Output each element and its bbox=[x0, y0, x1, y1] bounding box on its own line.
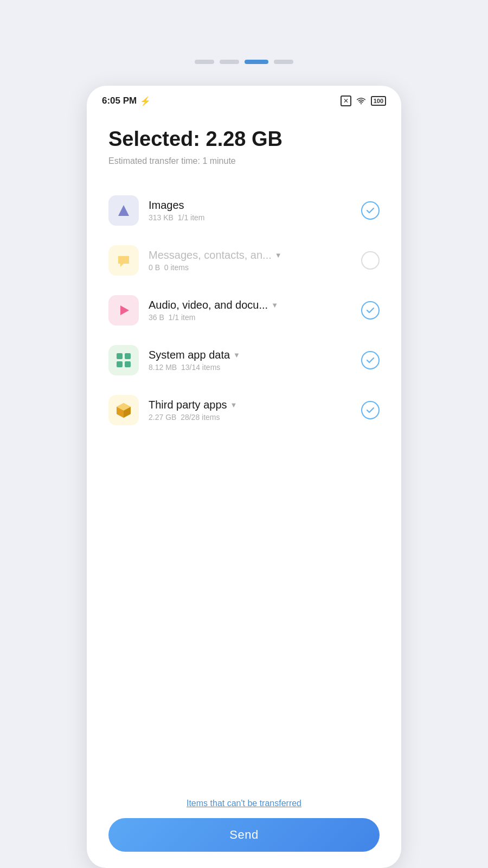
list-item[interactable]: Audio, video, and docu... ▼ 36 B 1/1 ite… bbox=[108, 285, 380, 335]
list-item[interactable]: System app data ▼ 8.12 MB 13/14 items bbox=[108, 335, 380, 385]
estimated-time: Estimated transfer time: 1 minute bbox=[108, 156, 380, 166]
audio-name: Audio, video, and docu... ▼ bbox=[149, 299, 351, 311]
cant-transfer-link[interactable]: Items that can't be transferred bbox=[187, 799, 301, 808]
system-check[interactable] bbox=[361, 351, 380, 369]
chevron-down-icon: ▼ bbox=[233, 351, 240, 359]
audio-icon bbox=[108, 295, 139, 326]
chevron-down-icon: ▼ bbox=[271, 301, 278, 309]
images-icon bbox=[108, 195, 139, 226]
bottom-section: Items that can't be transferred Send bbox=[87, 793, 401, 868]
messages-info: Messages, contacts, an... ▼ 0 B 0 items bbox=[149, 249, 351, 272]
zap-icon: ⚡ bbox=[140, 96, 151, 106]
images-name: Images bbox=[149, 199, 351, 212]
system-icon bbox=[108, 345, 139, 375]
page-indicators bbox=[195, 60, 293, 64]
indicator-dot-1[interactable] bbox=[195, 60, 214, 64]
status-icons: ✕ 100 bbox=[341, 95, 386, 106]
selected-title: Selected: 2.28 GB bbox=[108, 128, 380, 151]
svg-rect-4 bbox=[117, 361, 123, 367]
screen-icon: ✕ bbox=[341, 95, 351, 106]
svg-marker-0 bbox=[118, 205, 129, 216]
images-info: Images 313 KB 1/1 item bbox=[149, 199, 351, 222]
indicator-dot-2[interactable] bbox=[220, 60, 239, 64]
battery-icon: 100 bbox=[371, 96, 386, 106]
messages-check[interactable] bbox=[361, 251, 380, 270]
thirdparty-check[interactable] bbox=[361, 401, 380, 419]
send-button[interactable]: Send bbox=[108, 818, 380, 852]
audio-info: Audio, video, and docu... ▼ 36 B 1/1 ite… bbox=[149, 299, 351, 322]
svg-rect-3 bbox=[125, 353, 131, 359]
list-item[interactable]: Third party apps ▼ 2.27 GB 28/28 items bbox=[108, 385, 380, 435]
audio-meta: 36 B 1/1 item bbox=[149, 313, 351, 322]
indicator-dot-3[interactable] bbox=[245, 60, 268, 64]
indicator-dot-4[interactable] bbox=[274, 60, 293, 64]
status-time: 6:05 PM ⚡ bbox=[102, 95, 151, 106]
system-info: System app data ▼ 8.12 MB 13/14 items bbox=[149, 349, 351, 372]
chevron-down-icon: ▼ bbox=[230, 401, 237, 409]
main-content: Selected: 2.28 GB Estimated transfer tim… bbox=[87, 112, 401, 793]
audio-check[interactable] bbox=[361, 301, 380, 320]
chevron-down-icon: ▼ bbox=[275, 251, 282, 259]
images-check[interactable] bbox=[361, 201, 380, 220]
list-item[interactable]: Images 313 KB 1/1 item bbox=[108, 186, 380, 235]
thirdparty-meta: 2.27 GB 28/28 items bbox=[149, 413, 351, 422]
svg-rect-5 bbox=[125, 361, 131, 367]
system-meta: 8.12 MB 13/14 items bbox=[149, 363, 351, 372]
phone-frame: 6:05 PM ⚡ ✕ 100 Selected: 2.28 GB Estima… bbox=[87, 86, 401, 868]
svg-rect-2 bbox=[117, 353, 123, 359]
images-meta: 313 KB 1/1 item bbox=[149, 213, 351, 222]
wifi-icon bbox=[356, 97, 367, 105]
thirdparty-name: Third party apps ▼ bbox=[149, 399, 351, 411]
list-item[interactable]: Messages, contacts, an... ▼ 0 B 0 items bbox=[108, 235, 380, 285]
thirdparty-icon bbox=[108, 395, 139, 425]
messages-meta: 0 B 0 items bbox=[149, 263, 351, 272]
status-bar: 6:05 PM ⚡ ✕ 100 bbox=[87, 86, 401, 112]
thirdparty-info: Third party apps ▼ 2.27 GB 28/28 items bbox=[149, 399, 351, 422]
messages-name: Messages, contacts, an... ▼ bbox=[149, 249, 351, 261]
time-label: 6:05 PM bbox=[102, 95, 137, 106]
system-name: System app data ▼ bbox=[149, 349, 351, 361]
transfer-list: Images 313 KB 1/1 item bbox=[108, 186, 380, 435]
messages-icon bbox=[108, 245, 139, 276]
svg-marker-1 bbox=[120, 305, 129, 315]
